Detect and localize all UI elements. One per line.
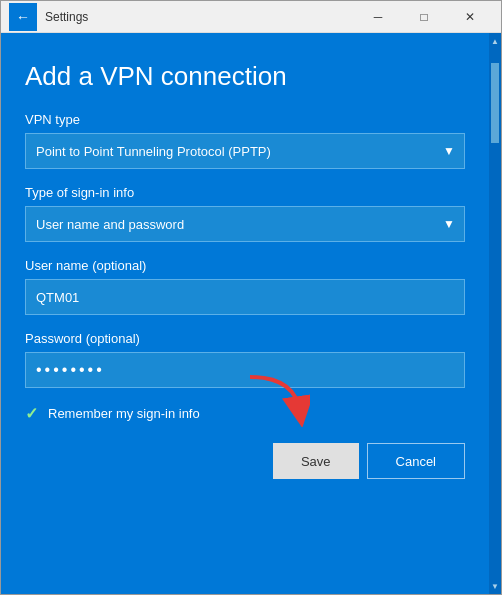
remember-check-icon: ✓: [25, 404, 38, 423]
maximize-icon: □: [420, 10, 427, 24]
window-controls: ─ □ ✕: [355, 1, 493, 33]
sign-in-type-group: Type of sign-in info User name and passw…: [25, 185, 465, 242]
vpn-type-select-wrapper: Point to Point Tunneling Protocol (PPTP)…: [25, 133, 465, 169]
minimize-button[interactable]: ─: [355, 1, 401, 33]
maximize-button[interactable]: □: [401, 1, 447, 33]
scrollbar-thumb[interactable]: [491, 63, 499, 143]
settings-window: ← Settings ─ □ ✕ Add a VPN connection VP…: [0, 0, 502, 595]
scrollbar-up-arrow-icon[interactable]: ▲: [489, 35, 501, 47]
page-title: Add a VPN connection: [25, 61, 465, 92]
password-label: Password (optional): [25, 331, 465, 346]
username-input[interactable]: [25, 279, 465, 315]
content-area: Add a VPN connection VPN type Point to P…: [1, 33, 501, 594]
sign-in-type-select[interactable]: User name and passwordSmart cardOne-time…: [25, 206, 465, 242]
main-panel: Add a VPN connection VPN type Point to P…: [1, 33, 489, 594]
close-icon: ✕: [465, 10, 475, 24]
vpn-type-group: VPN type Point to Point Tunneling Protoc…: [25, 112, 465, 169]
scrollbar-down-arrow-icon[interactable]: ▼: [489, 580, 501, 592]
close-button[interactable]: ✕: [447, 1, 493, 33]
titlebar: ← Settings ─ □ ✕: [1, 1, 501, 33]
password-input[interactable]: [25, 352, 465, 388]
save-button[interactable]: Save: [273, 443, 359, 479]
minimize-icon: ─: [374, 10, 383, 24]
sign-in-type-select-wrapper: User name and passwordSmart cardOne-time…: [25, 206, 465, 242]
remember-label: Remember my sign-in info: [48, 406, 200, 421]
username-group: User name (optional): [25, 258, 465, 315]
back-icon: ←: [16, 9, 30, 25]
cancel-button[interactable]: Cancel: [367, 443, 465, 479]
remember-row: ✓ Remember my sign-in info: [25, 404, 465, 423]
window-title: Settings: [45, 10, 355, 24]
scrollbar[interactable]: ▲ ▼: [489, 33, 501, 594]
password-group: Password (optional): [25, 331, 465, 388]
vpn-type-label: VPN type: [25, 112, 465, 127]
back-button[interactable]: ←: [9, 3, 37, 31]
vpn-type-select[interactable]: Point to Point Tunneling Protocol (PPTP)…: [25, 133, 465, 169]
username-label: User name (optional): [25, 258, 465, 273]
button-row: Save Cancel: [25, 443, 465, 479]
sign-in-type-label: Type of sign-in info: [25, 185, 465, 200]
